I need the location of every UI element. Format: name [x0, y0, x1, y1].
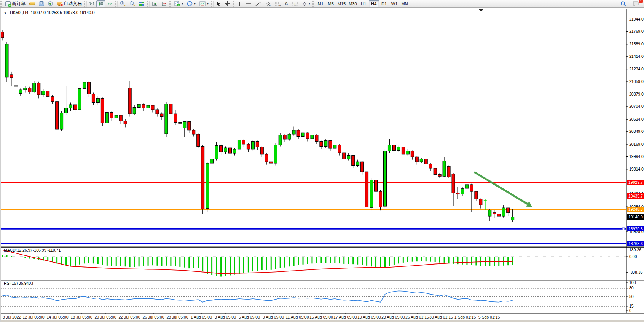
- toolbar-separator: [233, 1, 235, 7]
- chart-symbol-period: HK50-,H4: [10, 10, 28, 15]
- text-icon: A: [285, 1, 288, 6]
- signals-button[interactable]: [46, 0, 55, 7]
- toolbar-separator: [312, 1, 315, 7]
- bar-chart-icon: [89, 1, 94, 6]
- community-button[interactable]: [37, 0, 46, 7]
- toolbar-separator: [169, 1, 172, 7]
- timeframe-h1-button[interactable]: H1: [359, 0, 369, 7]
- cursor-tool-button[interactable]: [214, 0, 223, 7]
- auto-scroll-icon: [152, 1, 158, 6]
- timeframe-mn-button[interactable]: MN: [400, 0, 410, 7]
- chart-open-value: 19097.0: [30, 10, 46, 15]
- text-label-tool-button[interactable]: T: [290, 0, 300, 7]
- fibonacci-tool-button[interactable]: F: [273, 0, 283, 7]
- line-chart-icon: [107, 1, 113, 6]
- chart-shift-button[interactable]: [159, 0, 169, 7]
- auto-trading-label: 自动交易: [64, 0, 82, 7]
- toolbar-separator: [84, 1, 87, 7]
- tile-windows-icon: [139, 1, 145, 6]
- toolbar-separator: [147, 1, 150, 7]
- timeframe-m5-button[interactable]: M5: [326, 0, 336, 7]
- community-person-icon: [39, 1, 44, 6]
- timeframe-m30-button[interactable]: M30: [347, 0, 358, 7]
- main-toolbar: + 新订单 自动交易: [0, 0, 644, 8]
- timeframe-d1-button[interactable]: D1: [379, 0, 389, 7]
- arrows-icon: [302, 1, 307, 6]
- chart-collapse-icon[interactable]: ▼: [4, 11, 7, 15]
- chart-plot-area[interactable]: [1, 8, 644, 322]
- zoom-out-button[interactable]: [128, 0, 137, 7]
- tile-windows-button[interactable]: [137, 0, 147, 7]
- trading-terminal-window: + 新订单 自动交易: [0, 0, 644, 322]
- templates-button[interactable]: ▾: [198, 0, 210, 7]
- new-order-icon: +: [5, 1, 11, 6]
- gold-bar-icon: [29, 2, 36, 5]
- chart-high-value: 19253.5: [47, 10, 62, 15]
- vertical-line-icon: [238, 1, 242, 6]
- chart-title: ▼ HK50-,H4 19097.0 19253.5 19073.0 19140…: [4, 10, 95, 15]
- trendline-tool-button[interactable]: [253, 0, 263, 7]
- clock-icon: [187, 1, 193, 6]
- chart-close-value: 19140.0: [80, 10, 95, 15]
- signal-broadcast-icon: [48, 1, 53, 6]
- notifications-button[interactable]: 1: [631, 0, 641, 7]
- timeframe-m15-button[interactable]: M15: [336, 0, 347, 7]
- arrows-tool-button[interactable]: ▾: [300, 0, 312, 7]
- cursor-icon: [216, 1, 221, 6]
- search-icon: [620, 1, 626, 7]
- toolbar-separator: [115, 1, 118, 7]
- chart-window[interactable]: ▼ HK50-,H4 19097.0 19253.5 19073.0 19140…: [0, 8, 644, 322]
- chat-bubble-icon: [633, 1, 639, 6]
- crosshair-tool-button[interactable]: [223, 0, 232, 7]
- equidistant-channel-icon: E: [265, 1, 271, 6]
- zoom-in-button[interactable]: [118, 0, 128, 7]
- indicators-icon: [174, 1, 180, 6]
- templates-dropdown-caret[interactable]: ▾: [207, 2, 209, 5]
- market-watch-button[interactable]: [27, 0, 37, 7]
- chart-low-value: 19073.0: [63, 10, 78, 15]
- svg-text:T: T: [294, 2, 296, 6]
- text-tool-button[interactable]: A: [283, 0, 290, 7]
- indicators-button[interactable]: ▾: [172, 0, 185, 7]
- toolbar-separator: [211, 1, 214, 7]
- periods-dropdown-caret[interactable]: ▾: [194, 2, 196, 5]
- chart-shift-icon: [161, 1, 167, 6]
- candlestick-chart-type-button[interactable]: [96, 0, 105, 7]
- auto-trading-button[interactable]: 自动交易: [55, 0, 84, 7]
- periods-button[interactable]: ▾: [185, 0, 198, 7]
- zoom-in-icon: [120, 1, 126, 6]
- horizontal-line-icon: [245, 1, 252, 6]
- indicators-dropdown-caret[interactable]: ▾: [182, 2, 183, 5]
- toolbar-drag-handle[interactable]: [0, 1, 3, 7]
- zoom-out-icon: [129, 1, 135, 6]
- timeframe-h4-button[interactable]: H4: [369, 0, 379, 7]
- rsi-indicator-label: RSI(15) 35.9403: [4, 281, 33, 285]
- arrows-dropdown-caret[interactable]: ▾: [309, 2, 310, 5]
- notification-badge: 1: [639, 0, 643, 3]
- horizontal-line-tool-button[interactable]: [244, 0, 253, 7]
- vertical-line-tool-button[interactable]: [236, 0, 244, 7]
- crosshair-icon: [225, 1, 230, 6]
- text-label-icon: T: [292, 1, 298, 6]
- fibonacci-icon: F: [275, 1, 281, 6]
- candlestick-chart-icon: [98, 1, 104, 6]
- trendline-icon: [255, 1, 261, 6]
- equidistant-channel-tool-button[interactable]: E: [263, 0, 273, 7]
- timeframe-w1-button[interactable]: W1: [389, 0, 400, 7]
- auto-scroll-button[interactable]: [150, 0, 159, 7]
- timeframe-m1-button[interactable]: M1: [316, 0, 326, 7]
- new-order-button[interactable]: + 新订单: [3, 0, 27, 7]
- timeframe-group: M1M5M15M30H1H4D1W1MN: [316, 0, 410, 7]
- bar-chart-type-button[interactable]: [87, 0, 96, 7]
- auto-trading-icon: [57, 2, 62, 6]
- svg-text:E: E: [269, 4, 271, 6]
- template-icon: [199, 1, 206, 6]
- search-button[interactable]: [618, 0, 628, 7]
- line-chart-type-button[interactable]: [105, 0, 115, 7]
- svg-text:F: F: [279, 4, 281, 6]
- new-order-label: 新订单: [12, 0, 26, 7]
- macd-indicator-label: MACD(12,26,9) -186.99 -110.71: [4, 248, 61, 252]
